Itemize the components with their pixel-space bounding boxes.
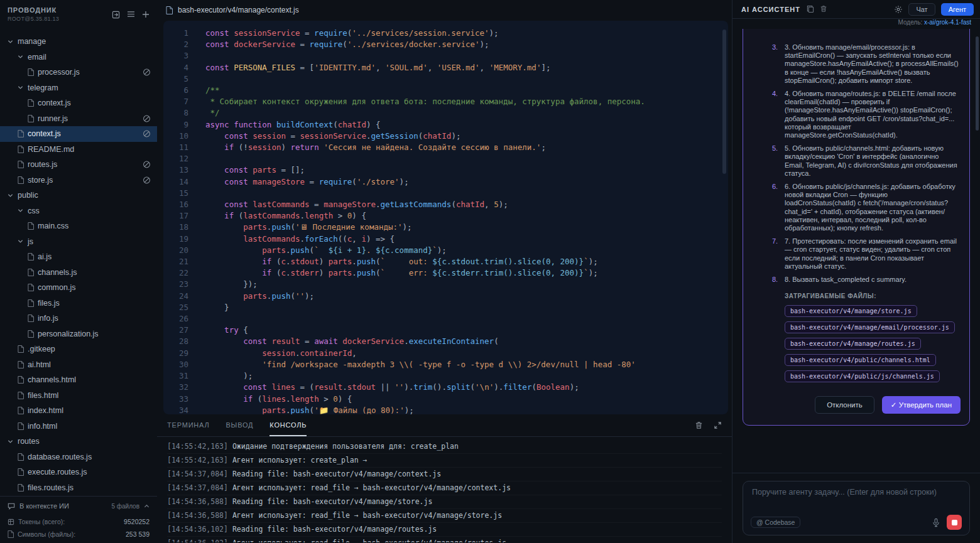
agent-plan-card: 3.3. Обновить manage/email/processor.js:… (743, 29, 970, 426)
tree-file-runner.js[interactable]: runner.js (0, 111, 157, 127)
gear-icon[interactable] (894, 5, 903, 14)
ai-context-icon[interactable] (143, 68, 151, 77)
model-value[interactable]: x-ai/grok-4.1-fast (924, 19, 971, 26)
tree-file-files.js[interactable]: files.js (0, 296, 157, 311)
tree-item-label: telegram (28, 83, 58, 92)
file-icon (25, 284, 36, 291)
tree-file-files.routes.js[interactable]: files.routes.js (0, 480, 157, 496)
affected-file-chip[interactable]: bash-executor/v4/manage/email/processor.… (785, 321, 955, 333)
tree-file-ai.html[interactable]: ai.html (0, 357, 157, 373)
tab-chat[interactable]: Чат (908, 3, 935, 16)
line-number: 1 (163, 28, 188, 39)
tree-file-.gitkeep[interactable]: .gitkeep (0, 341, 157, 357)
ai-context-icon[interactable] (143, 130, 151, 138)
tree-file-context.js[interactable]: context.js (0, 95, 157, 111)
tree-file-channels.html[interactable]: channels.html (0, 372, 157, 388)
tree-folder-telegram[interactable]: telegram (0, 80, 157, 96)
tree-folder-css[interactable]: css (0, 203, 157, 219)
file-icon (15, 407, 26, 414)
tree-file-info.html[interactable]: info.html (0, 419, 157, 434)
expand-console-icon[interactable] (714, 421, 722, 429)
ai-context-icon[interactable] (143, 161, 151, 169)
tree-file-routes.js[interactable]: routes.js (0, 157, 157, 173)
chars-label: Символы (файлы): (18, 530, 75, 538)
console-panel: ТЕРМИНАЛ ВЫВОД КОНСОЛЬ [14:55:42,163] Ож… (157, 414, 732, 543)
tab-agent[interactable]: Агент (941, 3, 974, 16)
ai-context-icon[interactable] (143, 176, 151, 184)
editor-tab-path[interactable]: bash-executor/v4/manage/context.js (178, 6, 299, 14)
list-view-icon[interactable] (127, 11, 135, 18)
affected-file-chip[interactable]: bash-executor/v4/public/js/channels.js (785, 370, 940, 382)
line-number: 21 (163, 256, 188, 267)
tree-file-files.html[interactable]: files.html (0, 388, 157, 404)
tree-folder-manage[interactable]: manage (0, 34, 157, 50)
agent-task-input[interactable] (751, 487, 962, 514)
plan-step: 3.3. Обновить manage/email/processor.js:… (751, 43, 962, 85)
code-line: 21 if (c.stdout) parts.push(` out: ${c.s… (163, 256, 728, 267)
tree-folder-email[interactable]: email (0, 50, 157, 65)
tree-file-database.routes.js[interactable]: database.routes.js (0, 449, 157, 465)
tree-folder-js[interactable]: js (0, 234, 157, 250)
tree-file-index.html[interactable]: index.html (0, 403, 157, 419)
codebase-context-chip[interactable]: @ Codebase (751, 517, 800, 528)
console-log-row: [14:55:42,163] Ожидание подтверждения по… (167, 440, 722, 454)
tokens-value: 9520252 (124, 518, 150, 525)
code-editor[interactable]: 1const sessionService = require('../serv… (163, 21, 728, 414)
affected-file-chip[interactable]: bash-executor/v4/public/channels.html (785, 354, 936, 366)
file-tree[interactable]: manageemailprocessor.jstelegramcontext.j… (0, 33, 157, 496)
line-number: 26 (163, 313, 188, 325)
file-icon (25, 99, 36, 107)
tree-file-context.js[interactable]: context.js (0, 126, 157, 142)
console-log-row: [14:54:37,084] Агент использует: read_fi… (167, 481, 722, 495)
tree-file-ai.js[interactable]: ai.js (0, 249, 157, 265)
line-number: 12 (163, 153, 188, 164)
tree-file-common.js[interactable]: common.js (0, 280, 157, 296)
ai-context-row[interactable]: В контексте ИИ 5 файлов (0, 497, 157, 515)
microphone-icon[interactable] (932, 518, 940, 527)
file-icon (25, 269, 36, 276)
ai-panel-scrollbar[interactable] (976, 36, 979, 131)
code-line: 14 const manageStore = require('./store'… (163, 176, 728, 188)
code-line: 8 */ (163, 107, 728, 119)
tree-item-label: channels.js (38, 268, 77, 277)
tree-file-store.js[interactable]: store.js (0, 173, 157, 188)
affected-file-chip[interactable]: bash-executor/v4/manage/store.js (785, 305, 917, 317)
approve-plan-button[interactable]: ✓ Утвердить план (882, 396, 961, 414)
clear-console-icon[interactable] (695, 421, 703, 429)
file-icon (15, 422, 26, 430)
tree-folder-routes[interactable]: routes (0, 434, 157, 449)
tab-terminal[interactable]: ТЕРМИНАЛ (167, 414, 209, 436)
file-icon (15, 176, 26, 184)
clear-chat-icon[interactable] (820, 5, 827, 13)
ai-context-icon[interactable] (143, 114, 151, 122)
tree-file-info.js[interactable]: info.js (0, 311, 157, 326)
copy-chat-icon[interactable] (807, 5, 814, 13)
tab-console[interactable]: КОНСОЛЬ (270, 414, 307, 436)
tree-file-channels.js[interactable]: channels.js (0, 265, 157, 281)
tree-file-personalization.js[interactable]: personalization.js (0, 326, 157, 342)
reject-plan-button[interactable]: Отклонить (815, 396, 874, 414)
editor-scrollbar[interactable] (722, 30, 726, 174)
tab-output[interactable]: ВЫВОД (226, 414, 253, 436)
ai-context-count: 5 файлов (111, 503, 139, 510)
code-line: 4const PERSONA_FILES = ['IDENTITY.md', '… (163, 62, 728, 73)
affected-file-chip[interactable]: bash-executor/v4/manage/routes.js (785, 338, 921, 350)
tree-folder-public[interactable]: public (0, 188, 157, 203)
file-icon (25, 115, 36, 122)
tree-file-processor.js[interactable]: processor.js (0, 65, 157, 80)
plan-step: 8.8. Вызвать task_completed с summary. (751, 276, 962, 284)
line-number: 20 (163, 245, 188, 256)
tree-file-README.md[interactable]: README.md (0, 142, 157, 158)
tree-file-main.css[interactable]: main.css (0, 218, 157, 234)
tree-item-label: files.html (28, 391, 58, 400)
line-number: 15 (163, 188, 188, 199)
tree-file-execute.routes.js[interactable]: execute.routes.js (0, 465, 157, 480)
plan-step-text: 6. Обновить public/js/channels.js: добав… (785, 183, 962, 232)
ai-chat-scroll[interactable]: 3.3. Обновить manage/email/processor.js:… (732, 29, 980, 473)
console-log-list[interactable]: [14:55:42,163] Ожидание подтверждения по… (157, 437, 732, 542)
stop-agent-button[interactable] (947, 515, 962, 530)
line-number: 24 (163, 291, 188, 302)
collapse-folders-icon[interactable] (112, 11, 120, 19)
chevron-up-icon[interactable] (144, 503, 150, 509)
add-file-icon[interactable] (142, 11, 150, 18)
